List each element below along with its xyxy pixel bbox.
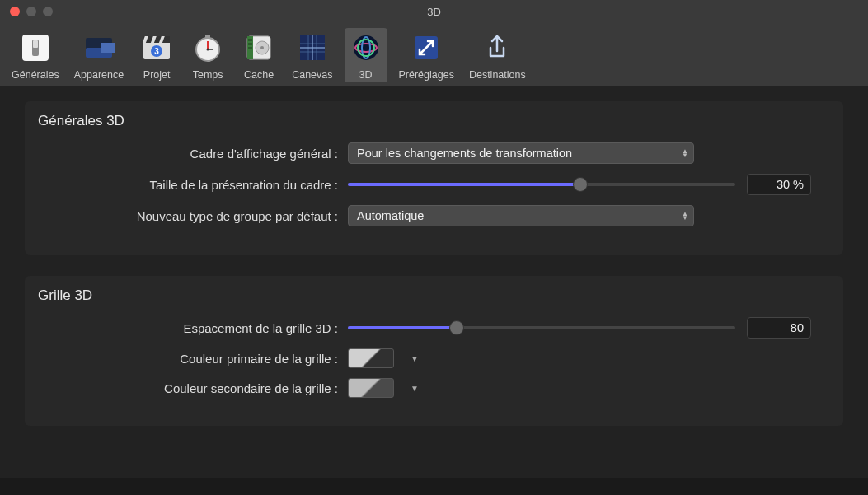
window-controls: [0, 7, 53, 16]
tab-label: Temps: [193, 69, 223, 81]
share-icon: [479, 30, 515, 66]
svg-rect-5: [101, 43, 115, 53]
grid-canvas-icon: [294, 30, 331, 66]
frame-size-row: Taille de la présentation du cadre : 30 …: [43, 174, 825, 195]
tab-label: Canevas: [292, 69, 332, 81]
svg-rect-23: [248, 43, 252, 45]
group-type-label: Nouveau type de groupe par défaut :: [43, 209, 348, 223]
svg-text:3: 3: [154, 47, 159, 56]
window-title: 3D: [0, 6, 868, 18]
minimize-button[interactable]: [26, 7, 36, 16]
chevron-updown-icon: ▲▼: [682, 212, 688, 220]
grid-3d-section: Grille 3D Espacement de la grille 3D : 8…: [25, 276, 843, 426]
display-box-label: Cadre d'affichage général :: [43, 147, 348, 161]
primary-color-row: Couleur primaire de la grille : ▼: [43, 348, 825, 368]
section-title: Générales 3D: [38, 113, 825, 129]
3d-gimbal-icon: [348, 30, 384, 66]
tab-time[interactable]: Temps: [186, 28, 229, 82]
svg-rect-22: [248, 39, 252, 41]
stopwatch-icon: [190, 30, 226, 66]
popup-value: Automatique: [357, 209, 424, 222]
frame-size-label: Taille de la présentation du cadre :: [43, 178, 348, 192]
tab-label: Préréglages: [399, 69, 454, 81]
general-3d-section: Générales 3D Cadre d'affichage général :…: [25, 101, 843, 255]
preferences-content: Générales 3D Cadre d'affichage général :…: [0, 86, 868, 478]
svg-rect-24: [248, 47, 252, 49]
disk-icon: [241, 30, 277, 66]
secondary-color-well[interactable]: [348, 378, 394, 398]
popup-value: Pour les changements de transformation: [357, 147, 572, 160]
primary-color-well[interactable]: [348, 348, 394, 368]
preferences-toolbar: Générales Apparence 3 Projet: [0, 23, 868, 86]
tab-3d[interactable]: 3D: [345, 28, 387, 82]
grid-spacing-row: Espacement de la grille 3D : 80: [43, 317, 825, 339]
frame-size-slider[interactable]: [348, 176, 735, 193]
frame-size-value[interactable]: 30 %: [747, 174, 811, 195]
tab-destinations[interactable]: Destinations: [466, 28, 529, 82]
expand-arrows-icon: [408, 30, 444, 66]
secondary-color-label: Couleur secondaire de la grille :: [43, 381, 348, 395]
grid-spacing-slider[interactable]: [348, 320, 735, 336]
tab-label: Générales: [12, 69, 59, 81]
grid-spacing-label: Espacement de la grille 3D :: [43, 321, 348, 335]
tab-canvas[interactable]: Canevas: [289, 28, 335, 82]
svg-point-20: [260, 46, 264, 49]
svg-rect-2: [33, 40, 38, 48]
switch-icon: [17, 30, 54, 66]
appearance-icon: [81, 30, 117, 66]
tab-cache[interactable]: Cache: [237, 28, 280, 82]
svg-rect-14: [205, 35, 210, 38]
tab-project[interactable]: 3 Projet: [135, 28, 178, 82]
tab-label: Apparence: [74, 69, 124, 81]
grid-spacing-value[interactable]: 80: [747, 317, 811, 339]
display-box-popup[interactable]: Pour les changements de transformation ▲…: [348, 142, 694, 164]
svg-point-17: [207, 49, 209, 51]
titlebar: 3D: [0, 0, 868, 23]
section-title: Grille 3D: [38, 287, 825, 304]
tab-general[interactable]: Générales: [8, 28, 63, 82]
tab-label: 3D: [359, 69, 373, 81]
film-clapper-icon: 3: [138, 30, 175, 66]
tab-appearance[interactable]: Apparence: [71, 28, 127, 82]
chevron-down-icon[interactable]: ▼: [406, 354, 424, 363]
chevron-down-icon[interactable]: ▼: [406, 384, 424, 393]
tab-presets[interactable]: Préréglages: [396, 28, 457, 82]
primary-color-label: Couleur primaire de la grille :: [43, 352, 348, 366]
chevron-updown-icon: ▲▼: [682, 149, 688, 157]
tab-label: Cache: [244, 69, 274, 81]
tab-label: Destinations: [469, 69, 526, 81]
group-type-popup[interactable]: Automatique ▲▼: [348, 205, 694, 226]
zoom-button[interactable]: [43, 7, 53, 16]
close-button[interactable]: [10, 7, 20, 16]
tab-label: Projet: [143, 69, 171, 81]
group-type-row: Nouveau type de groupe par défaut : Auto…: [43, 205, 825, 226]
secondary-color-row: Couleur secondaire de la grille : ▼: [43, 378, 825, 398]
display-box-row: Cadre d'affichage général : Pour les cha…: [43, 142, 825, 164]
